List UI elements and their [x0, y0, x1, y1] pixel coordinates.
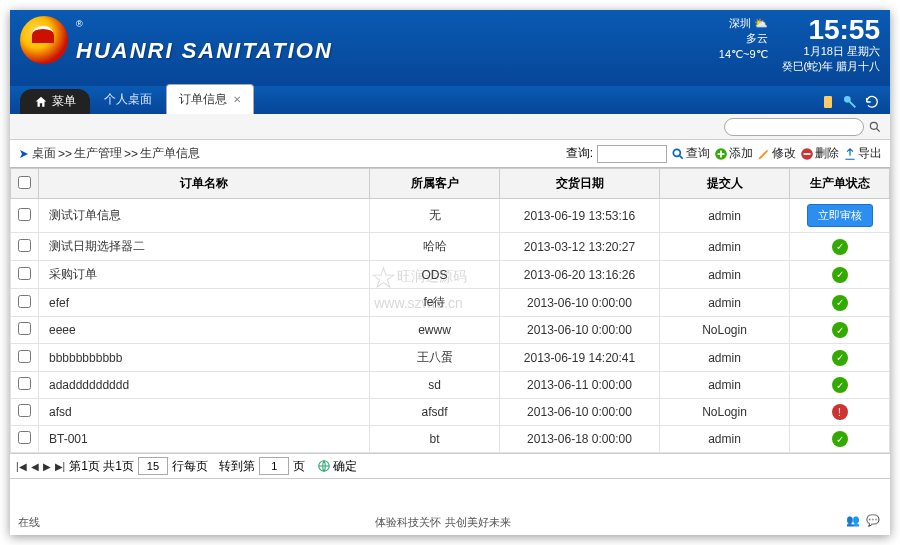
- cell-status: ✓: [790, 344, 890, 372]
- tab-order-info[interactable]: 订单信息 ✕: [166, 84, 254, 114]
- chat-icon[interactable]: 💬: [866, 514, 882, 530]
- breadcrumb-bar: 桌面 >> 生产管理 >> 生产单信息 查询: 查询 添加 修改 删除 导出: [10, 140, 890, 168]
- svg-rect-0: [824, 96, 832, 108]
- people-icon[interactable]: 👥: [846, 514, 862, 530]
- cell-name: 采购订单: [39, 261, 370, 289]
- svg-point-2: [870, 122, 877, 129]
- reg-mark: ®: [76, 19, 83, 29]
- cell-date: 2013-06-10 0:00:00: [500, 317, 660, 344]
- export-icon: [843, 147, 857, 161]
- menu-button[interactable]: 菜单: [20, 89, 90, 114]
- cell-submitter: admin: [660, 233, 790, 261]
- tab-personal-desktop[interactable]: 个人桌面: [92, 85, 164, 114]
- cell-date: 2013-06-10 0:00:00: [500, 399, 660, 426]
- weather-desc: 多云: [719, 31, 768, 46]
- weather-panel: 深圳 ⛅ 多云 14℃~9℃ 15:55 1月18日 星期六 癸巳(蛇)年 腊月…: [719, 16, 880, 86]
- globe-icon: [317, 459, 331, 473]
- cell-name: bbbbbbbbbbb: [39, 344, 370, 372]
- status-error-icon: !: [832, 404, 848, 420]
- cell-status: ✓: [790, 317, 890, 344]
- menu-label: 菜单: [52, 93, 76, 110]
- page-info: 第1页 共1页: [69, 458, 134, 475]
- next-page[interactable]: ▶: [43, 461, 51, 472]
- first-page[interactable]: |◀: [16, 461, 27, 472]
- table-row[interactable]: 测试日期选择器二哈哈2013-03-12 13:20:27admin✓: [11, 233, 890, 261]
- delete-button[interactable]: 删除: [800, 145, 839, 162]
- audit-button[interactable]: 立即审核: [807, 204, 873, 227]
- goto-page-input[interactable]: [259, 457, 289, 475]
- row-checkbox[interactable]: [18, 239, 31, 252]
- close-icon[interactable]: ✕: [233, 94, 241, 105]
- row-checkbox[interactable]: [18, 377, 31, 390]
- svg-point-3: [673, 149, 680, 156]
- breadcrumb-arrow-icon: [18, 148, 30, 160]
- query-button[interactable]: 查询: [671, 145, 710, 162]
- table-row[interactable]: eeeeewww2013-06-10 0:00:00NoLogin✓: [11, 317, 890, 344]
- col-date: 交货日期: [500, 169, 660, 199]
- query-input[interactable]: [597, 145, 667, 163]
- status-ok-icon: ✓: [832, 377, 848, 393]
- row-checkbox[interactable]: [18, 431, 31, 444]
- table-row[interactable]: 采购订单ODS2013-06-20 13:16:26admin✓: [11, 261, 890, 289]
- table-row[interactable]: 测试订单信息无2013-06-19 13:53:16admin立即审核: [11, 199, 890, 233]
- crumb-production[interactable]: 生产管理: [74, 145, 122, 162]
- table-row[interactable]: adadddddddddsd2013-06-11 0:00:00admin✓: [11, 372, 890, 399]
- clock: 15:55: [782, 16, 880, 44]
- status-ok-icon: ✓: [832, 431, 848, 447]
- table-row[interactable]: efeffe待2013-06-10 0:00:00admin✓: [11, 289, 890, 317]
- cell-name: 测试订单信息: [39, 199, 370, 233]
- page-size-input[interactable]: [138, 457, 168, 475]
- page-suffix: 页: [293, 458, 305, 475]
- row-checkbox[interactable]: [18, 322, 31, 335]
- crumb-desktop[interactable]: 桌面: [32, 145, 56, 162]
- cell-date: 2013-06-19 14:20:41: [500, 344, 660, 372]
- edit-button[interactable]: 修改: [757, 145, 796, 162]
- slogan: 体验科技关怀 共创美好未来: [375, 515, 510, 530]
- select-all-checkbox[interactable]: [18, 176, 31, 189]
- cell-submitter: admin: [660, 372, 790, 399]
- brand: ® HUANRI SANITATION: [20, 16, 333, 86]
- cell-name: eeee: [39, 317, 370, 344]
- row-checkbox[interactable]: [18, 295, 31, 308]
- last-page[interactable]: ▶|: [55, 461, 66, 472]
- crumb-orderinfo[interactable]: 生产单信息: [140, 145, 200, 162]
- cell-submitter: NoLogin: [660, 399, 790, 426]
- prev-page[interactable]: ◀: [31, 461, 39, 472]
- table-row[interactable]: BT-001bt2013-06-18 0:00:00admin✓: [11, 426, 890, 453]
- goto-confirm-button[interactable]: 确定: [317, 458, 357, 475]
- search-icon[interactable]: [868, 120, 882, 134]
- query-label: 查询:: [566, 145, 593, 162]
- cell-name: adaddddddddd: [39, 372, 370, 399]
- cell-status: ✓: [790, 233, 890, 261]
- cell-name: efef: [39, 289, 370, 317]
- row-checkbox[interactable]: [18, 404, 31, 417]
- cell-customer: fe待: [370, 289, 500, 317]
- status-bar: 在线 体验科技关怀 共创美好未来 👥 💬: [10, 511, 890, 533]
- col-submitter: 提交人: [660, 169, 790, 199]
- table-row[interactable]: bbbbbbbbbbb王八蛋2013-06-19 14:20:41admin✓: [11, 344, 890, 372]
- add-button[interactable]: 添加: [714, 145, 753, 162]
- cell-customer: 无: [370, 199, 500, 233]
- goto-label: 转到第: [219, 458, 255, 475]
- refresh-icon[interactable]: [864, 94, 880, 110]
- online-status: 在线: [18, 515, 40, 530]
- system-tray: [820, 94, 880, 114]
- col-status: 生产单状态: [790, 169, 890, 199]
- row-checkbox[interactable]: [18, 208, 31, 221]
- status-ok-icon: ✓: [832, 350, 848, 366]
- cell-customer: ODS: [370, 261, 500, 289]
- cell-status: 立即审核: [790, 199, 890, 233]
- status-ok-icon: ✓: [832, 239, 848, 255]
- table-row[interactable]: afsdafsdf2013-06-10 0:00:00NoLogin!: [11, 399, 890, 426]
- row-checkbox[interactable]: [18, 267, 31, 280]
- clipboard-icon[interactable]: [820, 94, 836, 110]
- cell-customer: afsdf: [370, 399, 500, 426]
- key-icon[interactable]: [842, 94, 858, 110]
- export-button[interactable]: 导出: [843, 145, 882, 162]
- cell-customer: ewww: [370, 317, 500, 344]
- row-checkbox[interactable]: [18, 350, 31, 363]
- cell-submitter: admin: [660, 426, 790, 453]
- per-page-label: 行每页: [172, 458, 208, 475]
- global-search-input[interactable]: [724, 118, 864, 136]
- status-ok-icon: ✓: [832, 295, 848, 311]
